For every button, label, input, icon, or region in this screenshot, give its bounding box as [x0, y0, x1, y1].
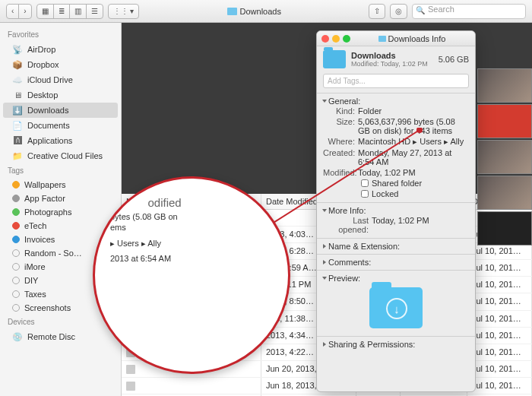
- sidebar-item-label: Taxes: [24, 290, 46, 299]
- tag-dot-icon: [12, 222, 20, 230]
- info-titlebar: Downloads Info: [317, 31, 475, 46]
- sidebar-icon: 💿: [12, 331, 23, 342]
- tag-dot-icon: [12, 277, 20, 284]
- section-comments: Comments:: [317, 254, 475, 270]
- magnifier-callout: odified bytes (5.08 GB on ems ▸ Users ▸ …: [93, 176, 290, 374]
- arrange-button[interactable]: ⋮⋮ ▾: [108, 4, 140, 19]
- sidebar-item-desktop[interactable]: 🖥Desktop: [0, 87, 121, 103]
- zoom-icon[interactable]: [343, 35, 350, 43]
- tag-dot-icon: [12, 181, 20, 188]
- disclosure-triangle-icon[interactable]: [322, 100, 327, 103]
- sidebar-icon: 📄: [12, 120, 23, 131]
- tag-dot-icon: [12, 263, 20, 271]
- view-coverflow-button[interactable]: ☰: [86, 4, 103, 19]
- tags-button[interactable]: ◎: [390, 4, 407, 19]
- forward-button[interactable]: ›: [18, 4, 31, 19]
- view-list-button[interactable]: ≣: [53, 4, 70, 19]
- sidebar-item-applications[interactable]: 🅰Applications: [0, 133, 121, 148]
- shared-folder-checkbox[interactable]: [361, 179, 369, 187]
- tag-dot-icon: [12, 208, 20, 216]
- download-folder-icon: [369, 287, 423, 328]
- tag-dot-icon: [12, 304, 20, 312]
- sidebar-favorites-header: Favorites: [0, 27, 121, 42]
- sidebar-item-label: Desktop: [27, 90, 58, 100]
- disclosure-triangle-icon[interactable]: [323, 342, 326, 347]
- get-info-panel: Downloads Info Downloads Modified: Today…: [316, 30, 476, 392]
- lens-line-4: 2013 at 6:54 AM: [110, 251, 178, 266]
- coverflow-thumbnails: [477, 68, 532, 246]
- sidebar-icon: ☁️: [12, 74, 23, 85]
- view-switcher: ▦ ≣ ▥ ☰: [36, 4, 103, 19]
- sidebar-item-label: Creative Cloud Files: [27, 151, 103, 160]
- sidebar-item-label: iMore: [24, 262, 46, 271]
- folder-icon: [227, 8, 237, 15]
- disclosure-triangle-icon[interactable]: [322, 277, 327, 280]
- sidebar-device-remote-disc[interactable]: 💿Remote Disc: [0, 329, 121, 344]
- minimize-icon[interactable]: [332, 35, 340, 43]
- sidebar-tag-wallpapers[interactable]: Wallpapers: [0, 178, 121, 192]
- section-name-extension: Name & Extension:: [317, 238, 475, 254]
- sidebar-item-dropbox[interactable]: 📦Dropbox: [0, 57, 121, 72]
- info-title: Downloads Info: [388, 34, 446, 43]
- lens-line-3: ▸ Users ▸ Ally: [110, 236, 178, 251]
- back-button[interactable]: ‹: [6, 4, 19, 19]
- share-button[interactable]: ⇧: [369, 4, 385, 19]
- window-title-text: Downloads: [240, 7, 281, 16]
- sidebar-item-icloud-drive[interactable]: ☁️iCloud Drive: [0, 72, 121, 87]
- sidebar-icon: 📦: [12, 59, 23, 70]
- info-size-detail: 5,063,637,996 bytes (5.08 GB on disk) fo…: [358, 117, 469, 135]
- sidebar-item-label: Applications: [27, 136, 72, 145]
- section-more-info: More Info: Last opened:Today, 1:02 PM: [317, 202, 475, 238]
- sidebar-item-label: Screenshots: [24, 303, 71, 312]
- sidebar-icon: 🅰: [12, 135, 23, 146]
- sidebar-item-airdrop[interactable]: 📡AirDrop: [0, 42, 121, 57]
- sidebar-item-label: App Factor: [24, 194, 65, 203]
- sidebar-item-creative-cloud-files[interactable]: 📁Creative Cloud Files: [0, 148, 121, 163]
- disclosure-triangle-icon[interactable]: [323, 260, 326, 265]
- add-tags-field[interactable]: Add Tags...: [323, 74, 469, 88]
- folder-icon: [323, 50, 346, 68]
- info-modified: Today, 1:02 PM: [358, 168, 469, 177]
- window-title: Downloads: [144, 7, 364, 16]
- view-icon-button[interactable]: ▦: [36, 4, 54, 19]
- file-icon: [126, 365, 135, 374]
- sidebar-tag-photographs[interactable]: Photographs: [0, 205, 121, 219]
- sidebar-icon: 📁: [12, 150, 23, 161]
- disclosure-triangle-icon[interactable]: [323, 244, 326, 249]
- folder-icon: [378, 36, 386, 42]
- sidebar-item-label: Dropbox: [27, 60, 59, 69]
- file-icon: [126, 382, 135, 391]
- locked-checkbox[interactable]: [361, 190, 369, 198]
- tag-dot-icon: [12, 236, 20, 243]
- tag-dot-icon: [12, 290, 20, 298]
- sidebar-item-label: Random - So…: [24, 249, 82, 258]
- view-column-button[interactable]: ▥: [69, 4, 87, 19]
- info-modified-short: Modified: Today, 1:02 PM: [351, 60, 428, 68]
- sidebar-item-label: Wallpapers: [24, 180, 66, 189]
- info-where: Macintosh HD ▸ Users ▸ Ally: [358, 137, 469, 147]
- close-icon[interactable]: [321, 35, 329, 43]
- finder-toolbar: ‹ › ▦ ≣ ▥ ☰ ⋮⋮ ▾ Downloads ⇧ ◎ Search: [0, 0, 532, 23]
- sidebar-item-label: Documents: [27, 121, 70, 130]
- sidebar-tags-header: Tags: [0, 163, 121, 178]
- sidebar-item-downloads[interactable]: ⬇️Downloads: [3, 103, 118, 118]
- disclosure-triangle-icon[interactable]: [322, 209, 327, 212]
- sidebar-icon: 📡: [12, 44, 23, 55]
- info-name: Downloads: [351, 51, 428, 60]
- sidebar-item-label: AirDrop: [27, 45, 55, 54]
- sidebar-item-label: Invoices: [24, 235, 55, 244]
- sidebar-item-label: DIY: [24, 276, 38, 285]
- sidebar-item-label: iCloud Drive: [27, 75, 73, 84]
- sidebar: Favorites 📡AirDrop📦Dropbox☁️iCloud Drive…: [0, 23, 122, 396]
- tag-dot-icon: [12, 195, 20, 202]
- search-input[interactable]: Search: [412, 4, 526, 19]
- sidebar-icon: ⬇️: [12, 105, 23, 116]
- info-created: Monday, May 27, 2013 at 6:54 AM: [358, 148, 469, 166]
- section-preview: Preview:: [317, 270, 475, 336]
- sidebar-tag-app-factor[interactable]: App Factor: [0, 192, 121, 205]
- sidebar-item-label: Remote Disc: [27, 332, 75, 341]
- info-size: 5.06 GB: [439, 55, 469, 64]
- sidebar-item-label: eTech: [24, 221, 46, 230]
- sidebar-item-documents[interactable]: 📄Documents: [0, 118, 121, 133]
- section-sharing: Sharing & Permissions:: [317, 336, 475, 352]
